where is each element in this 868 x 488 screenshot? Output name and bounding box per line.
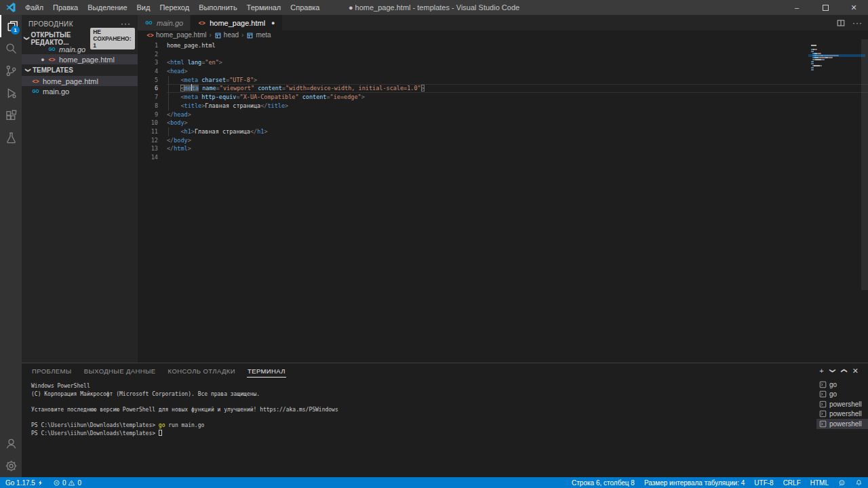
file-label: main.go <box>43 87 69 96</box>
terminal-instance-go[interactable]: go <box>816 390 868 400</box>
breadcrumb-separator-icon: › <box>210 31 212 39</box>
file-type-symbol-icon <box>246 32 254 39</box>
status-encoding[interactable]: UTF-8 <box>754 479 773 487</box>
terminal-dropdown-icon[interactable]: ❯ <box>829 368 835 373</box>
activitybar-search[interactable] <box>0 37 22 60</box>
line-number: 1 <box>138 41 158 50</box>
terminal-icon <box>819 401 829 408</box>
status-bell-icon[interactable] <box>855 479 863 487</box>
menu-item[interactable]: Вид <box>132 0 155 15</box>
breadcrumb-item[interactable]: head <box>214 31 239 39</box>
panel-tab-ПРОБЛЕМЫ[interactable]: ПРОБЛЕМЫ <box>31 365 73 378</box>
panel-tab-ВЫХОДНЫЕ ДАННЫЕ[interactable]: ВЫХОДНЫЕ ДАННЫЕ <box>83 365 157 378</box>
file-type-go-icon: GO <box>144 20 153 25</box>
indent-guide <box>168 127 169 136</box>
status-eol[interactable]: CRLF <box>783 479 801 487</box>
terminal-instance-powershell[interactable]: powershell <box>816 419 868 429</box>
line-number: 3 <box>138 58 158 67</box>
status-indentation[interactable]: Размер интервала табуляции: 4 <box>644 479 745 487</box>
split-editor-button[interactable] <box>836 18 846 28</box>
menu-bar: ФайлПравкаВыделениеВидПереходВыполнитьТе… <box>20 0 324 15</box>
line-number: 2 <box>138 50 158 59</box>
menu-item[interactable]: Файл <box>20 0 48 15</box>
terminal-output[interactable]: Windows PowerShell(C) Корпорация Майкрос… <box>22 378 816 477</box>
file-label: main.go <box>59 45 85 54</box>
file-tree-item[interactable]: <>home_page.html <box>22 76 138 86</box>
status-cursor-position[interactable]: Строка 6, столбец 8 <box>572 479 635 487</box>
terminal-instance-label: powershell <box>829 420 862 428</box>
maximize-panel-icon[interactable]: ❯ <box>840 368 847 373</box>
close-button[interactable]: ✕ <box>840 0 868 15</box>
close-panel-icon[interactable]: ✕ <box>852 367 859 375</box>
status-feedback-icon[interactable] <box>838 479 846 487</box>
activitybar-source-control[interactable] <box>0 60 22 82</box>
open-editors-section-header[interactable]: ❯ ОТКРЫТЫЕ РЕДАКТО... НЕ СОХРАНЕНО: 1 <box>22 33 138 44</box>
account-icon <box>5 437 18 450</box>
terminal-instance-go[interactable]: go <box>816 380 868 390</box>
code-line <box>167 50 868 59</box>
status-language-mode[interactable]: HTML <box>810 479 829 487</box>
status-bar: Go 1.17.500 Строка 6, столбец 8Размер ин… <box>0 477 868 488</box>
terminal-icon <box>819 410 829 418</box>
terminal-line: (C) Корпорация Майкрософт (Microsoft Cor… <box>31 390 816 399</box>
restore-button[interactable] <box>811 0 840 15</box>
line-number: 14 <box>138 153 158 162</box>
modified-dot-icon: ● <box>38 56 47 63</box>
new-terminal-button[interactable]: + <box>819 367 823 375</box>
line-number: 7 <box>138 93 158 102</box>
terminal-instance-label: powershell <box>829 410 862 418</box>
line-number: 8 <box>138 102 158 110</box>
status-go-version[interactable]: Go 1.17.5 <box>5 479 43 487</box>
terminal-instance-powershell[interactable]: powershell <box>816 399 868 409</box>
activity-badge: 1 <box>11 26 20 35</box>
activitybar-extensions[interactable] <box>0 104 22 127</box>
terminal-line <box>31 413 816 422</box>
sidebar-more-actions[interactable]: ··· <box>121 19 131 28</box>
minimap[interactable] <box>811 45 860 73</box>
panel-header: ПРОБЛЕМЫВЫХОДНЫЕ ДАННЫЕКОНСОЛЬ ОТЛАДКИТЕ… <box>22 363 868 378</box>
activitybar-account[interactable] <box>0 432 22 455</box>
editor-tab-home_page.html[interactable]: <>home_page.html● <box>191 15 282 30</box>
status-problems[interactable]: 00 <box>53 479 81 487</box>
chevron-down-icon: ❯ <box>25 67 31 74</box>
menu-item[interactable]: Правка <box>48 0 83 15</box>
breadcrumb-label: head <box>224 31 239 39</box>
code-line: <meta charset="UTF-8"> <box>167 76 868 85</box>
activitybar-testing[interactable] <box>0 127 22 149</box>
menu-item[interactable]: Выделение <box>83 0 132 15</box>
breadcrumb-item[interactable]: meta <box>246 31 271 39</box>
title-bar: ФайлПравкаВыделениеВидПереходВыполнитьТе… <box>0 0 868 15</box>
activitybar-explorer[interactable]: 1 <box>0 15 22 37</box>
panel-tab-КОНСОЛЬ ОТЛАДКИ[interactable]: КОНСОЛЬ ОТЛАДКИ <box>167 365 236 378</box>
terminal-line: Windows PowerShell <box>31 382 816 390</box>
breadcrumb-item[interactable]: <>home_page.html <box>146 31 207 39</box>
file-label: home_page.html <box>43 77 98 85</box>
menu-item[interactable]: Справка <box>285 0 324 15</box>
menu-item[interactable]: Переход <box>155 0 194 15</box>
editor-more-actions-button[interactable]: ··· <box>852 18 863 28</box>
menu-item[interactable]: Выполнить <box>194 0 241 15</box>
open-editor-item[interactable]: ●<>home_page.html <box>22 54 138 64</box>
minimize-button[interactable]: – <box>783 0 811 15</box>
breadcrumb-label: home_page.html <box>156 31 207 39</box>
folder-section-header[interactable]: ❯ TEMPLATES <box>22 64 138 76</box>
breadcrumb: <>home_page.html›head›meta <box>138 30 868 39</box>
window-controls: – ✕ <box>783 0 868 15</box>
terminal-cursor <box>159 430 162 436</box>
code-line: </html> <box>167 144 868 153</box>
panel-tab-ТЕРМИНАЛ[interactable]: ТЕРМИНАЛ <box>247 365 286 378</box>
editor-tab-main.go[interactable]: GOmain.go <box>138 15 191 30</box>
line-number: 9 <box>138 110 158 119</box>
activitybar-run-and-debug[interactable] <box>0 82 22 104</box>
chevron-down-icon: ❯ <box>24 36 30 41</box>
terminal-icon <box>819 390 829 398</box>
activitybar-settings[interactable] <box>0 455 22 477</box>
terminal-instance-list: gogopowershellpowershellpowershell <box>816 378 868 477</box>
menu-item[interactable]: Терминал <box>242 0 286 15</box>
file-tree-item[interactable]: GOmain.go <box>22 86 138 96</box>
editor-scrollbar[interactable] <box>861 39 868 290</box>
breadcrumb-separator-icon: › <box>241 31 243 39</box>
modified-dot-icon: ● <box>271 20 275 26</box>
terminal-instance-powershell[interactable]: powershell <box>816 409 868 420</box>
terminal-icon <box>819 420 829 428</box>
